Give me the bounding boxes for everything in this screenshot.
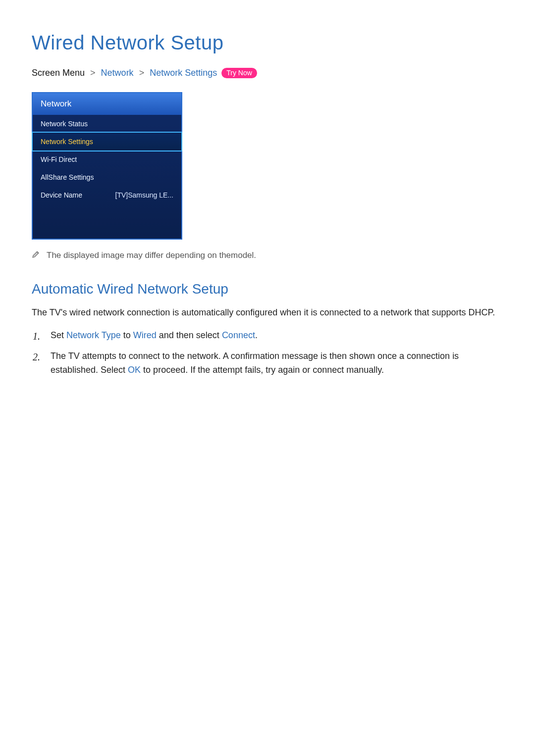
note-text: The displayed image may differ depending… xyxy=(47,251,256,260)
tv-item-label: AllShare Settings xyxy=(41,173,94,181)
tv-item-label: Device Name xyxy=(41,191,82,199)
tv-item-value: [TV]Samsung LE... xyxy=(115,191,174,199)
step-2: The TV attempts to connect to the networ… xyxy=(32,350,503,377)
keyword-connect: Connect xyxy=(222,330,255,340)
breadcrumb-network[interactable]: Network xyxy=(101,68,134,78)
breadcrumb-lead: Screen Menu xyxy=(32,68,85,78)
breadcrumb-sep: > xyxy=(139,68,145,78)
keyword-wired: Wired xyxy=(133,330,157,340)
tv-item-label: Network Status xyxy=(41,120,88,128)
keyword-network-type: Network Type xyxy=(66,330,121,340)
step-text: Set xyxy=(51,330,66,340)
tv-item-label: Wi-Fi Direct xyxy=(41,155,77,163)
section-title: Automatic Wired Network Setup xyxy=(32,281,503,297)
tv-panel-spacer xyxy=(33,204,181,239)
breadcrumb-sep: > xyxy=(90,68,96,78)
tv-menu-panel: Network Network Status Network Settings … xyxy=(32,92,182,240)
tv-menu-title: Network xyxy=(33,93,181,115)
steps-list: Set Network Type to Wired and then selec… xyxy=(32,329,503,377)
step-text: and then select xyxy=(157,330,222,340)
breadcrumb: Screen Menu > Network > Network Settings… xyxy=(32,68,503,78)
note-row: The displayed image may differ depending… xyxy=(32,251,503,260)
step-text: to xyxy=(121,330,133,340)
pencil-icon xyxy=(32,251,40,260)
page-title: Wired Network Setup xyxy=(32,32,503,54)
step-1: Set Network Type to Wired and then selec… xyxy=(32,329,503,343)
breadcrumb-network-settings[interactable]: Network Settings xyxy=(150,68,217,78)
section-intro: The TV's wired network connection is aut… xyxy=(32,306,503,320)
tv-item-allshare-settings[interactable]: AllShare Settings xyxy=(33,168,181,186)
tv-item-label: Network Settings xyxy=(41,138,93,146)
tv-item-device-name[interactable]: Device Name [TV]Samsung LE... xyxy=(33,186,181,204)
step-text: to proceed. If the attempt fails, try ag… xyxy=(141,365,384,375)
keyword-ok: OK xyxy=(128,365,141,375)
tv-item-network-settings[interactable]: Network Settings xyxy=(32,132,182,151)
step-text: . xyxy=(255,330,258,340)
tv-item-wifi-direct[interactable]: Wi-Fi Direct xyxy=(33,151,181,168)
tv-item-network-status[interactable]: Network Status xyxy=(33,115,181,133)
try-now-pill[interactable]: Try Now xyxy=(221,68,257,78)
